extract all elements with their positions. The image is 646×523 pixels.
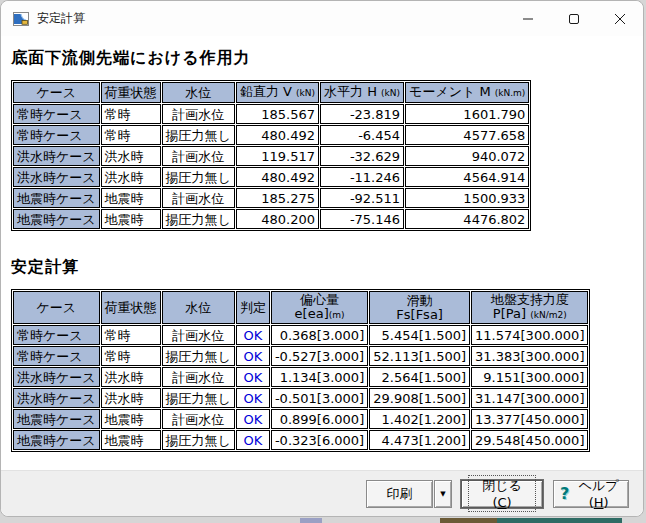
- header-row: ケース 荷重状態 水位 鉛直力 V (kN) 水平力 H (kN) モーメント …: [13, 82, 529, 103]
- cell-case: 洪水時ケース: [13, 388, 100, 408]
- col-header-level: 水位: [162, 82, 235, 103]
- cell-bearing-capacity: 29.548[450.000]: [471, 430, 588, 450]
- table-row: 洪水時ケース洪水時計画水位119.517-32.629940.072: [13, 146, 529, 166]
- cell-moment: 1500.933: [405, 188, 529, 208]
- cell-moment: 4476.802: [405, 209, 529, 229]
- col-header-bearing-capacity: 地盤支持力度P[Pa] (kN/m2): [471, 291, 588, 324]
- col-header-judgement: 判定: [236, 291, 270, 324]
- table-row: 常時ケース常時計画水位185.567-23.8191601.790: [13, 104, 529, 124]
- cell-judgement: OK: [236, 346, 270, 366]
- background-app-strip: [0, 517, 646, 523]
- close-dialog-button[interactable]: 閉じる(C): [461, 480, 543, 508]
- col-header-label: 滑動: [373, 294, 466, 308]
- cell-horizontal-force: -23.819: [320, 104, 404, 124]
- cell-moment: 4577.658: [405, 125, 529, 145]
- minimize-button[interactable]: [505, 1, 551, 36]
- cell-case: 常時ケース: [13, 325, 100, 345]
- col-header-case: ケース: [13, 82, 100, 103]
- table-row: 常時ケース常時計画水位OK0.368[3.000]5.454[1.500]11.…: [13, 325, 588, 345]
- cell-level: 計画水位: [162, 104, 235, 124]
- col-header-label: ケース: [37, 300, 77, 315]
- print-split-button: 印刷 ▼: [366, 480, 452, 508]
- cell-moment: 1601.790: [405, 104, 529, 124]
- cell-sliding: 5.454[1.500]: [369, 325, 470, 345]
- col-header-label: 荷重状態: [105, 85, 157, 100]
- cell-load: 常時: [101, 346, 161, 366]
- col-header-eccentricity: 偏心量e[ea](m): [271, 291, 368, 324]
- table-row: 洪水時ケース洪水時揚圧力無しOK-0.501[3.000]29.908[1.50…: [13, 388, 588, 408]
- cell-load: 常時: [101, 104, 161, 124]
- help-question-icon: ?: [560, 484, 569, 503]
- dropdown-arrow-icon: ▼: [440, 490, 445, 498]
- col-header-level: 水位: [162, 291, 235, 324]
- cell-horizontal-force: -11.246: [320, 167, 404, 187]
- col-header-sliding: 滑動Fs[Fsa]: [369, 291, 470, 324]
- section2-heading: 安定計算: [11, 257, 633, 278]
- header-row: ケース 荷重状態 水位 判定 偏心量e[ea](m) 滑動Fs[Fsa] 地盤支…: [13, 291, 588, 324]
- cell-sliding: 4.473[1.200]: [369, 430, 470, 450]
- cell-load: 地震時: [101, 430, 161, 450]
- maximize-icon: [568, 13, 580, 25]
- cell-load: 地震時: [101, 209, 161, 229]
- col-header-label: 水位: [185, 85, 211, 100]
- acting-forces-table: ケース 荷重状態 水位 鉛直力 V (kN) 水平力 H (kN) モーメント …: [11, 80, 531, 231]
- cell-level: 計画水位: [162, 325, 235, 345]
- cell-case: 地震時ケース: [13, 209, 100, 229]
- col-header-symbol: e[ea]: [295, 306, 329, 321]
- table-row: 常時ケース常時揚圧力無しOK-0.527[3.000]52.113[1.500]…: [13, 346, 588, 366]
- print-button[interactable]: 印刷: [366, 480, 433, 508]
- footer-button-bar: 印刷 ▼ 閉じる(C) ? ヘルプ(H): [1, 470, 643, 516]
- col-header-load: 荷重状態: [101, 291, 161, 324]
- cell-judgement: OK: [236, 430, 270, 450]
- cell-eccentricity: 0.368[3.000]: [271, 325, 368, 345]
- cell-horizontal-force: -75.146: [320, 209, 404, 229]
- help-button[interactable]: ? ヘルプ(H): [553, 480, 629, 508]
- cell-case: 洪水時ケース: [13, 146, 100, 166]
- cell-case: 洪水時ケース: [13, 367, 100, 387]
- col-header-unit: (m): [329, 310, 345, 320]
- weir-icon: [13, 11, 29, 27]
- cell-level: 計画水位: [162, 188, 235, 208]
- window-title: 安定計算: [37, 10, 85, 27]
- cell-load: 洪水時: [101, 146, 161, 166]
- col-header-label: 判定: [240, 300, 266, 315]
- cell-case: 地震時ケース: [13, 409, 100, 429]
- titlebar: 安定計算: [1, 1, 643, 36]
- cell-judgement: OK: [236, 388, 270, 408]
- close-button[interactable]: [597, 1, 643, 36]
- maximize-button[interactable]: [551, 1, 597, 36]
- cell-case: 常時ケース: [13, 346, 100, 366]
- cell-eccentricity: 0.899[6.000]: [271, 409, 368, 429]
- cell-load: 地震時: [101, 188, 161, 208]
- col-header-sublabel: P[Pa] (kN/m2): [475, 307, 584, 322]
- col-header-sublabel: e[ea](m): [275, 307, 364, 322]
- background-app-fragment: [497, 518, 622, 523]
- cell-case: 常時ケース: [13, 125, 100, 145]
- col-header-label: 水位: [185, 300, 211, 315]
- cell-level: 揚圧力無し: [162, 430, 235, 450]
- stability-calculation-table: ケース 荷重状態 水位 判定 偏心量e[ea](m) 滑動Fs[Fsa] 地盤支…: [11, 289, 590, 452]
- cell-vertical-force: 480.492: [236, 125, 319, 145]
- cell-sliding: 2.564[1.500]: [369, 367, 470, 387]
- col-header-vertical-force: 鉛直力 V (kN): [236, 82, 319, 103]
- dialog-content: 底面下流側先端における作用力 ケース 荷重状態 水位 鉛直力 V (kN) 水平…: [1, 36, 643, 470]
- cell-case: 地震時ケース: [13, 430, 100, 450]
- cell-judgement: OK: [236, 367, 270, 387]
- cell-horizontal-force: -6.454: [320, 125, 404, 145]
- close-icon: [614, 13, 626, 25]
- col-header-label: 荷重状態: [105, 300, 157, 315]
- cell-judgement: OK: [236, 409, 270, 429]
- cell-bearing-capacity: 31.383[300.000]: [471, 346, 588, 366]
- col-header-symbol: Fs[Fsa]: [396, 307, 443, 322]
- col-header-label: 鉛直力 V: [240, 84, 296, 99]
- col-header-unit: (kN.m): [495, 88, 526, 98]
- cell-eccentricity: 1.134[3.000]: [271, 367, 368, 387]
- section1-heading: 底面下流側先端における作用力: [11, 48, 633, 69]
- print-dropdown-button[interactable]: ▼: [434, 480, 452, 508]
- col-header-horizontal-force: 水平力 H (kN): [320, 82, 404, 103]
- col-header-label: 水平力 H: [324, 84, 381, 99]
- table-row: 洪水時ケース洪水時揚圧力無し480.492-11.2464564.914: [13, 167, 529, 187]
- close-button-label: 閉じる(C): [468, 475, 536, 512]
- cell-load: 常時: [101, 325, 161, 345]
- col-header-label: 地盤支持力度: [475, 293, 584, 307]
